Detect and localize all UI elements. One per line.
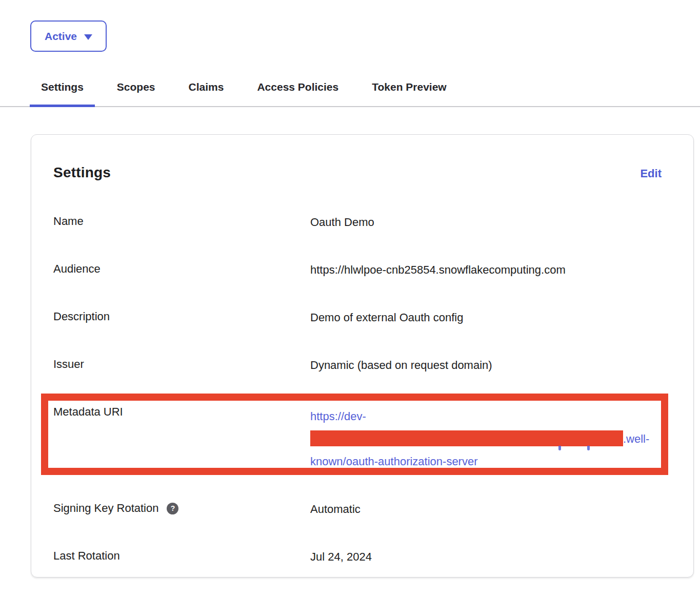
field-row-name: Name Oauth Demo <box>53 215 662 230</box>
field-value: Demo of external Oauth config <box>310 310 662 325</box>
field-label: Description <box>53 310 310 323</box>
field-row-audience: Audience https://hlwlpoe-cnb25854.snowfl… <box>53 262 662 278</box>
field-label: Name <box>53 215 310 228</box>
field-row-issuer: Issuer Dynamic (based on request domain) <box>53 358 662 373</box>
tab-token-preview[interactable]: Token Preview <box>372 81 447 106</box>
metadata-uri-line3: known/oauth-authorization-server <box>310 455 478 468</box>
tab-scopes[interactable]: Scopes <box>117 81 155 106</box>
settings-card: Settings Edit Name Oauth Demo Audience h… <box>31 134 694 577</box>
question-icon[interactable]: ? <box>167 503 178 514</box>
field-row-description: Description Demo of external Oauth confi… <box>53 310 662 325</box>
tab-claims[interactable]: Claims <box>189 81 224 106</box>
field-label: Signing Key Rotation ? <box>53 502 310 515</box>
field-value: https://dev- .well- known/oauth-authoriz… <box>310 405 662 473</box>
tab-bar: Settings Scopes Claims Access Policies T… <box>0 81 700 107</box>
active-status-button[interactable]: Active <box>30 20 107 52</box>
field-row-signing-key-rotation: Signing Key Rotation ? Automatic <box>53 502 662 517</box>
redaction-bar <box>310 430 623 446</box>
field-value: https://hlwlpoe-cnb25854.snowflakecomput… <box>310 262 662 278</box>
card-header: Settings Edit <box>53 164 662 181</box>
tab-settings[interactable]: Settings <box>41 81 84 106</box>
metadata-uri-link[interactable]: https://dev- .well- known/oauth-authoriz… <box>310 405 662 473</box>
field-row-last-rotation: Last Rotation Jul 24, 2024 <box>53 549 662 565</box>
metadata-uri-line2-suffix: .well- <box>623 432 649 445</box>
edit-link[interactable]: Edit <box>640 167 662 180</box>
field-value: Oauth Demo <box>310 215 662 230</box>
caret-down-icon <box>84 34 92 40</box>
field-label: Issuer <box>53 358 310 371</box>
redacted-text-descender <box>558 446 561 450</box>
field-value: Dynamic (based on request domain) <box>310 358 662 373</box>
field-label: Audience <box>53 262 310 276</box>
tab-access-policies[interactable]: Access Policies <box>257 81 338 106</box>
metadata-uri-line1: https://dev- <box>310 410 366 423</box>
settings-field-list: Name Oauth Demo Audience https://hlwlpoe… <box>53 215 662 565</box>
field-label: Last Rotation <box>53 549 310 563</box>
active-status-label: Active <box>45 30 77 43</box>
field-value: Jul 24, 2024 <box>310 549 662 565</box>
field-label: Metadata URI <box>53 405 310 419</box>
redacted-text-descender <box>587 446 590 450</box>
field-value: Automatic <box>310 502 662 517</box>
card-title: Settings <box>53 164 111 181</box>
field-label-text: Signing Key Rotation <box>53 502 158 515</box>
field-row-metadata-uri: Metadata URI https://dev- .well- known/o… <box>53 405 662 473</box>
